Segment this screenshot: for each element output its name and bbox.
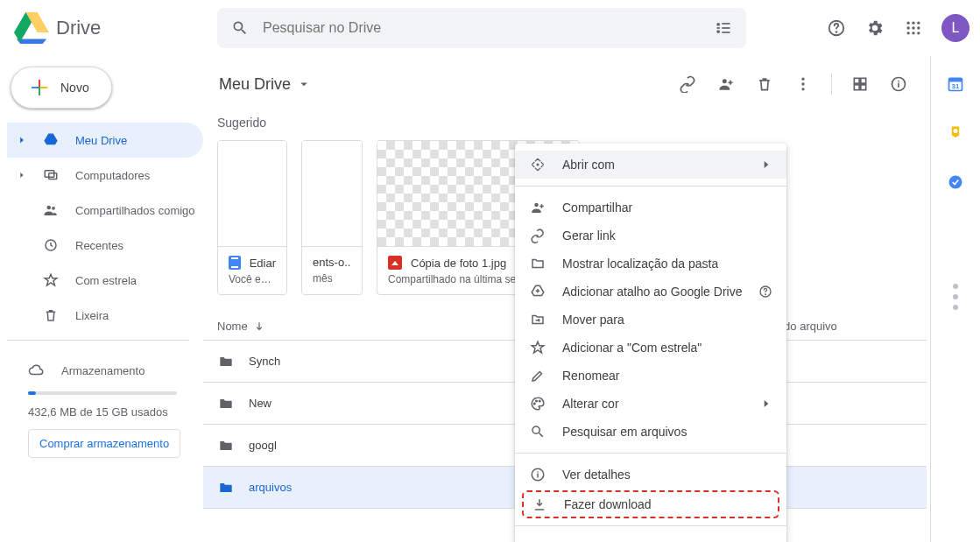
rename-icon [529, 368, 546, 384]
shared-icon [42, 202, 60, 218]
sidebar-item-storage[interactable]: Armazenamento [28, 353, 189, 388]
ctx-label: Adicionar a "Com estrela" [562, 341, 702, 355]
apps-icon[interactable] [896, 11, 931, 46]
context-menu: Abrir com Compartilhar Gerar link Mostra… [515, 144, 786, 542]
ctx-label: Fazer download [564, 497, 652, 511]
help-icon[interactable] [819, 11, 854, 46]
ctx-label: Mostrar localização da pasta [562, 257, 718, 271]
svg-rect-18 [49, 173, 57, 179]
svg-rect-4 [717, 27, 720, 29]
ctx-add-star[interactable]: Adicionar a "Com estrela" [515, 334, 786, 362]
ctx-search-within[interactable]: Pesquisar em arquivos [515, 418, 786, 446]
ctx-remove[interactable]: Remover [515, 533, 786, 542]
side-panel: 31 [931, 56, 980, 542]
plus-icon [29, 77, 50, 98]
share-button[interactable] [709, 67, 744, 102]
sidebar-item-label: Com estrela [75, 274, 137, 287]
calendar-addon-icon[interactable]: 31 [938, 67, 973, 102]
chevron-right-icon [760, 398, 772, 410]
sidebar-item-label: Meu Drive [75, 134, 127, 147]
svg-rect-27 [861, 78, 866, 83]
tasks-addon-icon[interactable] [938, 165, 973, 200]
sidebar-item-label: Compartilhados comigo [75, 204, 195, 217]
ctx-add-shortcut[interactable]: Adicionar atalho ao Google Drive [515, 278, 786, 306]
svg-point-24 [801, 82, 804, 85]
help-icon [758, 285, 772, 299]
buy-storage-button[interactable]: Comprar armazenamento [28, 429, 180, 458]
column-name[interactable]: Nome [217, 320, 248, 333]
ctx-open-with[interactable]: Abrir com [515, 151, 786, 179]
brand[interactable]: Drive [14, 11, 217, 46]
svg-point-43 [949, 176, 962, 189]
cloud-icon [28, 363, 44, 378]
sidebar-item-label: Lixeira [75, 309, 109, 322]
ctx-change-color[interactable]: Alterar cor [515, 390, 786, 418]
get-link-button[interactable] [670, 67, 705, 102]
ctx-details[interactable]: Ver detalhes [515, 461, 786, 489]
suggested-heading: Sugerido [203, 105, 927, 140]
remove-button[interactable] [747, 67, 782, 102]
sidebar-item-starred[interactable]: Com estrela [7, 263, 203, 298]
ctx-rename[interactable]: Renomear [515, 362, 786, 390]
star-icon [42, 272, 60, 288]
move-icon [529, 312, 546, 327]
svg-rect-3 [722, 27, 730, 29]
svg-rect-2 [722, 23, 730, 25]
search-icon[interactable] [222, 11, 257, 46]
sidebar-item-shared[interactable]: Compartilhados comigo [7, 193, 203, 228]
computers-icon [42, 167, 60, 183]
sidebar-item-trash[interactable]: Lixeira [7, 298, 203, 333]
svg-point-35 [534, 403, 536, 405]
svg-point-11 [907, 26, 910, 29]
ctx-download[interactable]: Fazer download [522, 490, 779, 518]
ctx-get-link[interactable]: Gerar link [515, 222, 786, 250]
grid-view-button[interactable] [843, 67, 878, 102]
search-input[interactable] [257, 20, 706, 36]
suggested-card[interactable]: ents-o... mês [301, 140, 363, 295]
drive-logo-icon [14, 11, 49, 46]
card-title: Ediar [250, 257, 276, 270]
search-options-icon[interactable] [706, 11, 741, 46]
svg-point-37 [539, 400, 541, 402]
more-actions-button[interactable] [786, 67, 821, 102]
ctx-label: Abrir com [562, 158, 615, 172]
svg-point-36 [536, 400, 538, 402]
drive-icon [42, 132, 60, 148]
ctx-label: Adicionar atalho ao Google Drive [562, 285, 742, 299]
sidebar-item-my-drive[interactable]: Meu Drive [7, 123, 203, 158]
new-button[interactable]: Novo [11, 67, 112, 109]
svg-point-23 [801, 78, 804, 81]
sidebar-item-label: Recentes [75, 239, 123, 252]
details-button[interactable] [881, 67, 916, 102]
search-bar[interactable] [217, 8, 746, 48]
suggested-card[interactable]: Ediar Você editou n [217, 140, 287, 295]
ctx-label: Renomear [562, 369, 619, 383]
svg-point-14 [907, 32, 910, 34]
svg-point-7 [836, 32, 837, 32]
svg-text:31: 31 [952, 82, 959, 90]
ctx-label: Ver detalhes [562, 468, 631, 482]
chevron-right-icon [18, 171, 26, 179]
svg-rect-1 [717, 31, 720, 33]
svg-point-10 [917, 22, 920, 25]
svg-point-42 [954, 129, 958, 133]
sidebar-item-computers[interactable]: Computadores [7, 158, 203, 193]
file-name: New [249, 397, 271, 410]
sidebar: Novo Meu Drive Computadores Compartilhad… [0, 56, 203, 542]
settings-icon[interactable] [857, 11, 892, 46]
side-panel-more[interactable] [953, 284, 958, 310]
breadcrumb-label: Meu Drive [219, 75, 291, 94]
breadcrumb-my-drive[interactable]: Meu Drive [214, 72, 317, 97]
svg-rect-40 [949, 78, 962, 81]
file-name: Synch [249, 355, 280, 368]
sidebar-item-label: Computadores [75, 169, 150, 182]
account-avatar[interactable]: L [941, 14, 969, 42]
ctx-move-to[interactable]: Mover para [515, 306, 786, 334]
ctx-show-location[interactable]: Mostrar localização da pasta [515, 250, 786, 278]
sidebar-item-recent[interactable]: Recentes [7, 228, 203, 263]
ctx-label: Gerar link [562, 229, 616, 243]
svg-point-19 [47, 206, 52, 210]
ctx-label: Pesquisar em arquivos [562, 425, 687, 439]
ctx-share[interactable]: Compartilhar [515, 194, 786, 222]
keep-addon-icon[interactable] [938, 116, 973, 151]
